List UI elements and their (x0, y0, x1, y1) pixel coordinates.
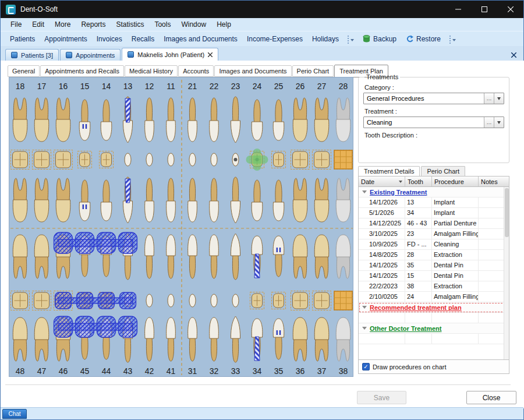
subtab-appointments-and-recalls[interactable]: Appointments and Recalls (40, 65, 124, 77)
tooth[interactable] (167, 98, 176, 142)
tooth-number[interactable]: 32 (210, 366, 219, 376)
toolbar-holidays[interactable]: Holidays (307, 33, 344, 45)
tooth-occlusal[interactable] (11, 291, 30, 310)
tooth-number[interactable]: 46 (59, 366, 68, 376)
tooth-number[interactable]: 34 (253, 366, 262, 376)
category-ellipsis-button[interactable]: … (484, 93, 494, 104)
treatment-row[interactable]: 14/12/202546 - 43Partial Denture ... (359, 218, 509, 229)
tooth-occlusal[interactable] (33, 150, 51, 170)
tooth-number[interactable]: 48 (16, 366, 25, 376)
tooth-number[interactable]: 25 (274, 82, 284, 91)
tooth[interactable] (13, 235, 27, 278)
tooth[interactable] (13, 178, 27, 222)
overflow-grip[interactable] (348, 34, 354, 44)
tooth[interactable] (314, 98, 329, 142)
tooth-number[interactable]: 16 (59, 82, 68, 91)
toolbar-recalls[interactable]: Recalls (127, 33, 159, 45)
tooth-occlusal[interactable] (100, 151, 114, 168)
treatment-row[interactable]: 5/1/202634Implant (359, 208, 509, 218)
menu-edit[interactable]: Edit (27, 19, 49, 30)
date-filter-icon[interactable] (399, 181, 402, 185)
tooth-occlusal[interactable] (146, 153, 153, 166)
tooth[interactable] (145, 178, 154, 222)
menu-help[interactable]: Help (211, 19, 236, 30)
treatment-row[interactable]: 14/1/202613Implant (359, 197, 509, 208)
tooth[interactable] (210, 178, 219, 222)
toolbar-appointments[interactable]: Appointments (40, 33, 91, 45)
tooth[interactable] (188, 98, 197, 142)
tooth[interactable] (188, 235, 197, 278)
tooth-occlusal[interactable] (313, 291, 331, 310)
subtab-medical-history[interactable]: Medical History (125, 65, 178, 77)
tooth-occlusal[interactable] (11, 150, 30, 170)
tab-perio-chart[interactable]: Perio Chart (421, 166, 465, 177)
subtab-images-and-documents[interactable]: Images and Documents (214, 65, 291, 77)
close-button[interactable] (497, 1, 523, 18)
tooth[interactable] (336, 98, 350, 142)
expander-icon[interactable] (362, 190, 367, 196)
tooth[interactable] (231, 97, 240, 143)
close-button-footer[interactable]: Close (466, 391, 516, 404)
tooth[interactable] (79, 100, 90, 140)
tooth-occlusal[interactable] (232, 294, 239, 307)
tooth-number[interactable]: 11 (167, 82, 175, 91)
subtab-accounts[interactable]: Accounts (178, 65, 214, 77)
tooth[interactable] (293, 98, 307, 142)
table-scrollbar-thumb[interactable] (505, 188, 509, 237)
column-header-notes[interactable]: Notes (479, 177, 509, 186)
tooth-occlusal[interactable] (168, 153, 174, 166)
tooth-number[interactable]: 21 (188, 82, 197, 91)
tooth[interactable] (167, 178, 176, 222)
section-row[interactable]: Recommended treatment plan (359, 302, 509, 313)
tooth[interactable] (167, 235, 176, 278)
tooth[interactable] (210, 235, 219, 278)
toolbar-invoices[interactable]: Invoices (92, 33, 127, 45)
tooth-number[interactable]: 38 (339, 366, 348, 376)
minimize-button[interactable] (445, 1, 471, 18)
tooth[interactable] (273, 319, 284, 359)
tooth-occlusal[interactable] (272, 151, 286, 168)
tooth-occlusal[interactable] (211, 294, 217, 307)
treatment-row[interactable]: 10/9/2025FD - ...Cleaning (359, 239, 509, 250)
treatment-row[interactable]: 2/10/020524Amalgam Filling (359, 292, 509, 302)
treatment-ellipsis-button[interactable]: … (484, 117, 494, 128)
chat-tab[interactable]: Chat (2, 409, 27, 419)
tab-maknelis-john-patient[interactable]: Maknelis John (Patient) (122, 48, 218, 61)
treatment-row[interactable]: 3/10/202523Amalgam Filling (359, 229, 509, 239)
draw-procedures-checkbox[interactable]: ✓ (362, 363, 370, 370)
menu-reports[interactable]: Reports (76, 19, 111, 30)
treatment-row[interactable]: 14/1/202515Dental Pin (359, 271, 509, 281)
tooth-number[interactable]: 37 (317, 366, 327, 376)
tooth-occlusal[interactable] (125, 153, 131, 166)
tooth-number[interactable]: 36 (296, 366, 305, 376)
dental-chart[interactable]: 1817161514131211212223242526272848474645… (9, 77, 353, 377)
tooth[interactable] (188, 178, 197, 222)
tooth[interactable] (56, 98, 70, 142)
toolbar-patients[interactable]: Patients (5, 33, 40, 45)
column-header-date[interactable]: Date (359, 177, 405, 186)
tooth[interactable] (336, 317, 350, 361)
tooth[interactable] (210, 317, 219, 361)
tooth-occlusal[interactable] (189, 153, 196, 166)
tooth-number[interactable]: 22 (210, 82, 219, 91)
tooth-number[interactable]: 31 (188, 366, 197, 376)
treatment-row[interactable]: 22/2/202338Extraction (359, 281, 509, 292)
tooth[interactable] (293, 178, 307, 222)
tooth-occlusal[interactable] (33, 291, 51, 310)
tooth[interactable] (231, 234, 240, 280)
tooth-number[interactable]: 33 (231, 366, 240, 376)
expander-icon[interactable] (362, 327, 367, 332)
tooth[interactable] (293, 317, 307, 361)
tooth-number[interactable]: 15 (80, 82, 90, 91)
tooth-number[interactable]: 27 (317, 82, 327, 91)
tooth-number[interactable]: 28 (339, 82, 348, 91)
tooth[interactable] (167, 317, 176, 361)
tooth-occlusal[interactable] (78, 151, 92, 168)
tooth[interactable] (188, 317, 197, 361)
tab-close-icon[interactable] (208, 52, 213, 57)
tooth-number[interactable]: 47 (37, 366, 47, 376)
save-button[interactable]: Save (357, 391, 406, 404)
tab-patients-3[interactable]: Patients [3] (5, 49, 59, 61)
tooth[interactable] (231, 177, 240, 223)
tooth-number[interactable]: 44 (102, 366, 111, 376)
